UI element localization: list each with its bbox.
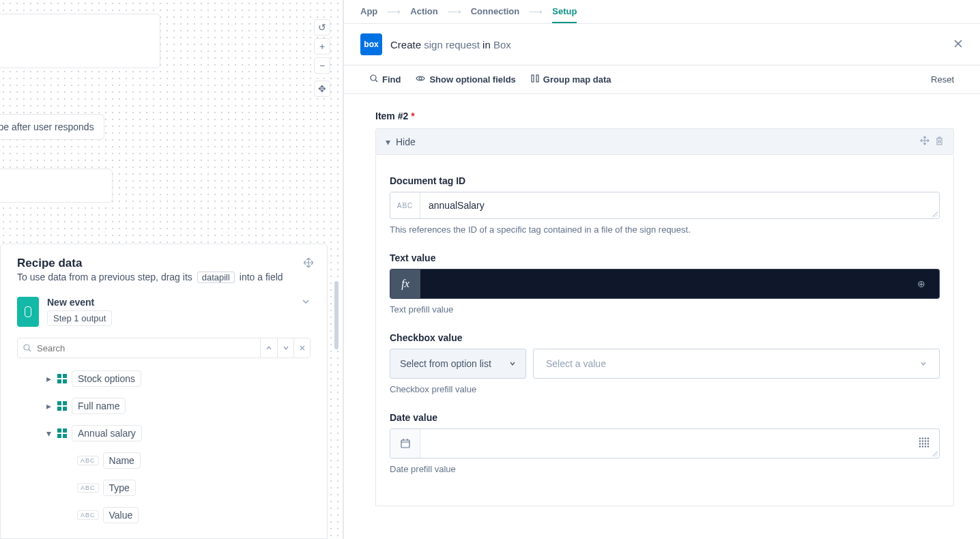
field-label: Checkbox value [390, 332, 940, 343]
date-input-wrap[interactable] [390, 428, 940, 458]
svg-rect-3 [63, 374, 67, 378]
pill-type[interactable]: Type [103, 480, 136, 496]
formula-input[interactable]: ⊕ [420, 270, 939, 298]
search-icon [18, 344, 37, 352]
svg-point-25 [925, 437, 926, 439]
form-area[interactable]: Item #2 * ▾ Hide Document tag ID ABC [344, 94, 980, 538]
tree-item-annual-salary[interactable]: ▾ Annual salary [17, 420, 311, 447]
show-optional-button[interactable]: Show optional fields [416, 74, 515, 85]
svg-rect-2 [57, 374, 61, 378]
pill-value[interactable]: Value [103, 507, 139, 523]
search-icon [370, 74, 378, 85]
grid-icon[interactable] [919, 437, 929, 450]
tab-setup[interactable]: Setup [552, 1, 577, 23]
select-mode-button[interactable]: Select from option list [390, 349, 526, 379]
step-title-row: box Create sign request in Box [344, 24, 980, 65]
setup-toolbar: Find Show optional fields Group map data… [344, 65, 980, 94]
string-type-icon: ABC [77, 510, 99, 520]
tree-item-full-name[interactable]: ▸ Full name [17, 392, 311, 420]
pill-full-name[interactable]: Full name [72, 398, 126, 414]
svg-rect-18 [536, 75, 538, 82]
canvas-card[interactable] [0, 169, 113, 203]
group-map-button[interactable]: Group map data [531, 74, 611, 85]
expand-icon[interactable]: ▸ [44, 373, 53, 384]
formula-input-wrap[interactable]: fx ⊕ [390, 269, 940, 299]
recipe-search [17, 338, 311, 358]
svg-rect-7 [63, 401, 67, 405]
svg-rect-4 [57, 379, 61, 383]
field-label: Date value [390, 412, 940, 423]
plus-icon: + [319, 41, 325, 52]
drag-handle-icon[interactable] [304, 258, 313, 270]
hide-label: Hide [396, 136, 416, 147]
arrow-right-icon: ⟶ [448, 6, 461, 17]
undo-button[interactable]: ↺ [314, 19, 330, 35]
drag-target-icon: ⊕ [917, 278, 925, 289]
object-icon [57, 373, 68, 384]
recipe-data-panel: Recipe data To use data from a previous … [0, 244, 328, 539]
tree-item-name[interactable]: ABC Name [17, 447, 311, 474]
datapill-chip: datapill [197, 272, 235, 283]
step-output-pill[interactable]: Step 1 output [47, 310, 112, 326]
collapse-bar[interactable]: ▾ Hide [375, 128, 954, 155]
search-prev-button[interactable] [261, 338, 277, 358]
tab-action[interactable]: Action [410, 1, 437, 23]
pill-name[interactable]: Name [103, 452, 141, 469]
item-label: Item #2 * [375, 111, 954, 121]
svg-point-31 [919, 443, 921, 444]
pill-annual-salary[interactable]: Annual salary [72, 425, 142, 441]
expand-icon[interactable]: ▸ [44, 400, 53, 411]
svg-point-33 [925, 443, 926, 444]
tab-connection[interactable]: Connection [471, 1, 520, 23]
field-checkbox-value: Checkbox value Select from option list S… [390, 332, 940, 394]
tree-item-value[interactable]: ABC Value [17, 501, 311, 529]
date-input[interactable] [420, 429, 939, 458]
svg-point-0 [24, 345, 29, 350]
tree-item-type[interactable]: ABC Type [17, 474, 311, 501]
search-input[interactable] [37, 343, 260, 353]
svg-rect-6 [57, 401, 61, 405]
fit-button[interactable]: ✥ [314, 81, 330, 97]
value-select[interactable]: Select a value [533, 349, 940, 379]
field-help: Date prefill value [390, 464, 940, 474]
svg-rect-10 [57, 428, 61, 433]
search-next-button[interactable] [277, 338, 293, 358]
svg-line-15 [375, 80, 377, 82]
event-row[interactable]: New event Step 1 output [1, 290, 327, 334]
resize-handle-icon[interactable] [932, 451, 938, 456]
move-icon[interactable] [920, 136, 929, 147]
canvas-card[interactable] [0, 14, 160, 68]
svg-rect-13 [63, 434, 67, 438]
field-label: Document tag ID [390, 175, 940, 186]
formula-icon: fx [390, 270, 420, 298]
canvas-card-respond[interactable]: recipe after user responds [0, 114, 104, 140]
field-date-value: Date value [390, 412, 940, 474]
item-form-body: Document tag ID ABC This references the … [375, 155, 954, 506]
undo-icon: ↺ [318, 22, 326, 33]
zoom-out-button[interactable]: − [314, 57, 330, 74]
svg-rect-17 [532, 75, 534, 82]
svg-rect-19 [401, 440, 409, 448]
chevron-down-icon[interactable] [301, 297, 311, 308]
search-clear-button[interactable] [293, 338, 310, 358]
columns-icon [531, 74, 539, 85]
svg-point-30 [927, 440, 929, 441]
document-tag-id-input[interactable] [420, 192, 939, 218]
recipe-canvas[interactable]: recipe after user responds ↺ + − ✥ Recip… [0, 0, 343, 539]
reset-button[interactable]: Reset [931, 74, 954, 85]
required-asterisk: * [411, 111, 414, 121]
svg-point-24 [922, 437, 923, 439]
resize-handle-icon[interactable] [932, 212, 938, 217]
zoom-in-button[interactable]: + [314, 38, 330, 55]
trash-icon[interactable] [935, 136, 944, 147]
scrollbar-thumb[interactable] [334, 281, 338, 349]
pill-stock-options[interactable]: Stock options [72, 370, 141, 387]
find-button[interactable]: Find [370, 74, 401, 85]
svg-point-23 [919, 437, 921, 439]
close-button[interactable] [953, 38, 964, 51]
svg-rect-5 [63, 379, 67, 383]
tab-app[interactable]: App [360, 1, 377, 23]
tree-item-stock-options[interactable]: ▸ Stock options [17, 365, 311, 392]
collapse-icon[interactable]: ▾ [44, 428, 53, 439]
chevron-down-icon [920, 358, 927, 369]
